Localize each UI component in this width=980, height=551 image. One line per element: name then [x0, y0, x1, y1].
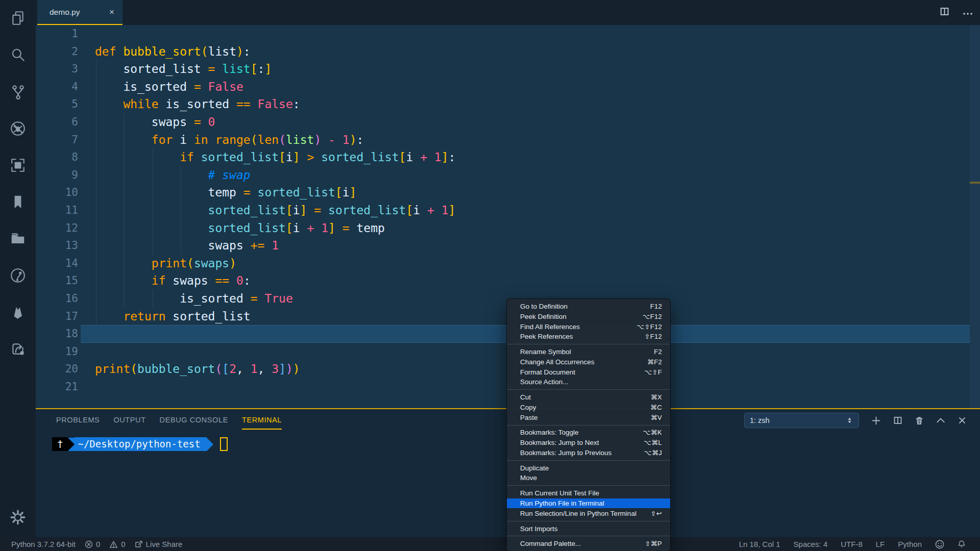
overview-ruler[interactable] [970, 25, 980, 408]
prompt-context-segment: † [52, 437, 68, 451]
status-encoding[interactable]: UTF-8 [841, 540, 863, 548]
menu-item-bookmarks-jump-to-previous[interactable]: Bookmarks: Jump to Previous⌥⌘J [507, 448, 670, 458]
menu-item-label: Command Palette... [520, 540, 581, 547]
code-token: 3 [272, 362, 279, 375]
indent-guide [181, 184, 181, 202]
more-actions-icon[interactable] [963, 8, 973, 17]
menu-item-duplicate[interactable]: Duplicate [507, 463, 670, 473]
code-token: 2 [229, 362, 236, 375]
status-live-share[interactable]: Live Share [135, 540, 183, 548]
menu-item-peek-references[interactable]: Peek References⇧F12 [507, 332, 670, 342]
warning-icon [109, 540, 118, 548]
settings-gear-icon[interactable] [0, 499, 36, 536]
menu-item-rename-symbol[interactable]: Rename SymbolF2 [507, 347, 670, 357]
indent-guide [124, 255, 125, 272]
menu-item-bookmarks-jump-to-next[interactable]: Bookmarks: Jump to Next⌥⌘L [507, 438, 670, 448]
project-folder-icon[interactable] [0, 220, 36, 257]
bookmarks-icon[interactable] [0, 184, 36, 220]
menu-item-change-all-occurrences[interactable]: Change All Occurrences⌘F2 [507, 357, 670, 367]
indent-guide [124, 272, 125, 290]
status-label: 0 [96, 540, 100, 548]
split-editor-icon[interactable] [940, 7, 949, 18]
indent-guide [96, 95, 96, 113]
status-feedback[interactable] [935, 540, 944, 549]
menu-item-run-python-file-in-terminal[interactable]: Run Python File in Terminal [507, 498, 670, 509]
indent-guide [124, 184, 125, 202]
menu-item-find-all-references[interactable]: Find All References⌥⇧F12 [507, 321, 670, 332]
status-indentation[interactable]: Spaces: 4 [794, 540, 828, 548]
kill-terminal-icon[interactable] [915, 416, 923, 425]
menu-separator [507, 344, 670, 344]
menu-item-source-action[interactable]: Source Action... [507, 377, 670, 387]
panel-tab-terminal[interactable]: TERMINAL [242, 416, 282, 425]
panel-tab-output[interactable]: OUTPUT [113, 416, 145, 425]
menu-item-label: Peek References [520, 333, 573, 340]
line-number: 14 [36, 255, 78, 272]
code-token: sorted_list [201, 151, 279, 164]
code-token: [ [399, 151, 406, 164]
code-token: def [95, 45, 116, 58]
line-number: 15 [36, 272, 78, 290]
status-cursor-position[interactable]: Ln 18, Col 1 [739, 540, 780, 548]
code-token: sorted_list [208, 221, 286, 235]
menu-item-go-to-definition[interactable]: Go to DefinitionF12 [507, 302, 670, 312]
menu-item-copy[interactable]: Copy⌘C [507, 403, 670, 413]
menu-item-command-palette[interactable]: Command Palette...⇧⌘P [507, 539, 670, 549]
menu-item-shortcut: ⌥⇧F [644, 368, 662, 376]
status-python-interpreter[interactable]: Python 3.7.2 64-bit [11, 540, 76, 548]
status-language-mode[interactable]: Python [898, 540, 922, 548]
menu-item-cut[interactable]: Cut⌘X [507, 392, 670, 403]
status-label: Spaces: 4 [794, 540, 828, 548]
status-notifications[interactable] [958, 540, 966, 548]
menu-item-shortcut: ⌥⌘L [644, 439, 662, 446]
close-icon[interactable]: × [109, 7, 114, 17]
line-number: 18 [36, 325, 78, 343]
code-token: ] [350, 186, 357, 199]
code-token [95, 239, 208, 252]
indent-guide [181, 237, 181, 255]
tab-demo-py[interactable]: demo.py × [37, 0, 122, 25]
split-terminal-icon[interactable] [893, 416, 902, 424]
git-history-icon[interactable] [0, 257, 36, 294]
debug-icon[interactable] [0, 110, 36, 147]
menu-item-run-current-unit-test-file[interactable]: Run Current Unit Test File [507, 488, 670, 498]
new-terminal-icon[interactable] [872, 416, 880, 425]
code-token [300, 151, 307, 164]
line-number: 1 [36, 25, 78, 43]
panel-tab-problems[interactable]: PROBLEMS [56, 416, 100, 425]
extensions-icon[interactable] [0, 147, 36, 184]
menu-item-label: Source Action... [520, 378, 569, 386]
search-icon[interactable] [0, 37, 36, 73]
code-token [95, 186, 208, 199]
firebase-icon[interactable] [0, 294, 36, 331]
source-control-icon[interactable] [0, 73, 36, 110]
menu-item-bookmarks-toggle[interactable]: Bookmarks: Toggle⌥⌘K [507, 428, 670, 438]
live-share-icon[interactable] [0, 331, 36, 367]
menu-item-shortcut: ⇧⌘P [645, 540, 662, 547]
menu-item-sort-imports[interactable]: Sort Imports [507, 523, 670, 534]
explorer-icon[interactable] [0, 0, 36, 37]
menu-item-label: Cut [520, 393, 531, 401]
code-token: ( [279, 133, 286, 146]
close-panel-icon[interactable] [958, 416, 966, 424]
indent-guide [153, 184, 153, 202]
menu-separator [507, 521, 670, 521]
status-error-count[interactable]: 0 [85, 540, 100, 548]
panel-tab-debug-console[interactable]: DEBUG CONSOLE [160, 416, 228, 425]
menu-item-move[interactable]: Move [507, 473, 670, 483]
line-number: 7 [36, 131, 78, 149]
menu-item-run-selection-line-in-python-terminal[interactable]: Run Selection/Line in Python Terminal⇧↩ [507, 508, 670, 518]
status-eol[interactable]: LF [876, 540, 885, 548]
terminal-select[interactable]: 1: zsh [744, 413, 859, 428]
menu-item-peek-definition[interactable]: Peek Definition⌥F12 [507, 312, 670, 322]
menu-item-shortcut: ⌥⌘K [643, 429, 662, 436]
status-warning-count[interactable]: 0 [109, 540, 125, 548]
code-token [95, 97, 123, 111]
code-token [187, 133, 194, 146]
line-number: 20 [36, 360, 78, 378]
code-token [243, 292, 251, 305]
code-token: ( [201, 45, 208, 58]
menu-item-paste[interactable]: Paste⌘V [507, 412, 670, 422]
menu-item-format-document[interactable]: Format Document⌥⇧F [507, 367, 670, 377]
maximize-panel-icon[interactable] [936, 417, 945, 424]
